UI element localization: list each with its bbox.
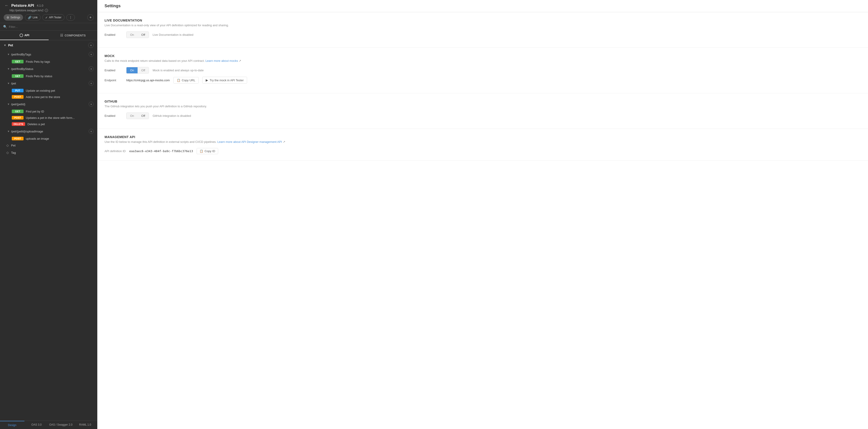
filter-row: 🔍 <box>0 23 97 31</box>
find-by-tags-label: Finds Pets by tags <box>26 60 50 63</box>
mock-external-icon: ↗ <box>239 59 241 62</box>
live-doc-off-option[interactable]: Off <box>137 32 149 38</box>
list-item[interactable]: PUT Update an existing pet <box>0 87 97 94</box>
api-tab-label: API <box>25 33 29 37</box>
copy-url-button[interactable]: 📋 Copy URL <box>173 77 199 84</box>
management-api-title: MANAGEMENT API <box>104 135 861 139</box>
github-toggle[interactable]: On Off <box>126 113 149 119</box>
sidebar-nav: ▼ Pet + ▼ /pet/findByTags + GET Finds Pe… <box>0 40 97 421</box>
components-tab-icon: ☷ <box>60 33 63 37</box>
route-upload-image-header[interactable]: ▼ /pet/{petId}/uploadImage + <box>0 127 97 135</box>
schema-tag-label: Tag <box>11 151 16 154</box>
section-management-api: MANAGEMENT API Use the ID below to manag… <box>97 129 868 161</box>
section-github: GITHUB The GitHub integration lets you p… <box>97 93 868 129</box>
section-pet[interactable]: ▼ Pet + <box>0 40 97 50</box>
find-by-status-path: /pet/findByStatus <box>11 67 33 71</box>
post-badge: POST <box>12 137 24 140</box>
settings-icon: ⚙ <box>6 16 9 19</box>
route-pet-by-id-header[interactable]: ▼ /pet/{petId} + <box>0 100 97 108</box>
find-by-id-label: Find pet by ID <box>26 110 44 113</box>
list-item[interactable]: POST Add a new pet to the store <box>0 94 97 100</box>
link-button[interactable]: 🔗 Link <box>25 14 40 21</box>
list-item[interactable]: POST Updates a pet in the store with for… <box>0 115 97 121</box>
route-pet-header[interactable]: ▼ /pet + <box>0 79 97 87</box>
settings-button[interactable]: ⚙ Settings <box>4 14 23 21</box>
pet-section-label: Pet <box>8 43 13 47</box>
github-desc: The GitHub integration lets you push you… <box>104 104 861 108</box>
link-label: Link <box>33 16 37 19</box>
api-version: 4.1.0 <box>37 4 43 7</box>
api-tester-button[interactable]: ✓ API Tester <box>42 14 64 21</box>
pet-chevron-icon: ▼ <box>4 44 6 47</box>
filter-input[interactable] <box>9 25 94 29</box>
back-button[interactable]: ← <box>4 3 9 8</box>
find-by-tags-add-button[interactable]: + <box>89 52 94 57</box>
live-doc-on-option[interactable]: On <box>126 32 137 38</box>
search-icon: 🔍 <box>3 25 7 29</box>
post-badge: POST <box>12 95 24 99</box>
upload-image-add-btn[interactable]: + <box>89 129 94 134</box>
github-off-option[interactable]: Off <box>137 113 149 119</box>
route-find-by-status-header[interactable]: ▼ /pet/findByStatus + <box>0 65 97 73</box>
tab-components[interactable]: ☷ COMPONENTS <box>49 31 97 40</box>
find-by-status-chevron-icon: ▼ <box>7 67 10 70</box>
pet-by-id-add-btn[interactable]: + <box>89 102 94 106</box>
get-badge: GET <box>12 60 24 63</box>
copy-id-button[interactable]: 📋 Copy ID <box>197 148 218 154</box>
tab-oas-swagger2[interactable]: OAS / Swagger 2.0 <box>49 421 73 429</box>
live-doc-title: LIVE DOCUMENTATION <box>104 19 861 22</box>
pet-add-btn[interactable]: + <box>89 81 94 86</box>
mock-on-option[interactable]: On <box>126 67 137 73</box>
pet-add-button[interactable]: + <box>88 42 94 48</box>
oas-swagger2-tab-label: OAS / Swagger 2.0 <box>49 423 72 426</box>
management-api-learn-more-link[interactable]: Learn more about API Designer management… <box>217 140 282 144</box>
link-icon: 🔗 <box>28 16 31 19</box>
mock-learn-more-link[interactable]: Learn more about mocks <box>206 59 238 62</box>
try-mock-button[interactable]: ▶ Try the mock in API Tester <box>202 77 247 84</box>
share-button[interactable]: ⋮ <box>66 14 75 21</box>
github-enabled-label: Enabled <box>104 114 123 118</box>
live-doc-toggle[interactable]: On Off <box>126 31 149 38</box>
schema-pet[interactable]: ◇ Pet <box>0 142 97 149</box>
find-by-status-add-button[interactable]: + <box>89 66 94 71</box>
mock-off-option[interactable]: Off <box>137 67 149 73</box>
management-api-external-icon: ↗ <box>283 140 285 144</box>
upload-image-chevron-icon: ▼ <box>7 130 10 133</box>
sidebar-tabs: ◯ API ☷ COMPONENTS <box>0 31 97 40</box>
put-label: Update an existing pet <box>26 89 55 92</box>
management-api-desc: Use the ID below to manage this API defi… <box>104 140 861 144</box>
route-upload-image: ▼ /pet/{petId}/uploadImage + POST upload… <box>0 127 97 142</box>
list-item[interactable]: DELETE Deletes a pet <box>0 121 97 127</box>
components-tab-label: COMPONENTS <box>64 34 86 37</box>
settings-content: LIVE DOCUMENTATION Live Documentation is… <box>97 12 868 161</box>
github-status: GitHub integration is disabled <box>153 114 191 118</box>
mock-title: MOCK <box>104 54 861 58</box>
tab-oas3[interactable]: OAS 3.0 <box>25 421 49 429</box>
section-mock: MOCK Calls to the mock endpoint return s… <box>97 48 868 93</box>
mock-toggle[interactable]: On Off <box>126 67 149 73</box>
route-find-by-tags-header[interactable]: ▼ /pet/findByTags + <box>0 50 97 58</box>
list-item[interactable]: POST uploads an image <box>0 135 97 142</box>
find-by-tags-chevron-icon: ▼ <box>7 53 10 56</box>
list-item[interactable]: GET Find pet by ID <box>0 108 97 115</box>
info-icon[interactable]: i <box>45 9 48 12</box>
tab-raml[interactable]: RAML 1.0 <box>73 421 97 429</box>
post-badge: POST <box>12 116 24 120</box>
add-button[interactable]: + <box>87 14 94 21</box>
section-live-documentation: LIVE DOCUMENTATION Live Documentation is… <box>97 12 868 48</box>
management-api-desc-text: Use the ID below to manage this API defi… <box>104 140 217 144</box>
route-pet-by-id: ▼ /pet/{petId} + GET Find pet by ID POST… <box>0 100 97 127</box>
tab-api[interactable]: ◯ API <box>0 31 49 40</box>
list-item[interactable]: GET Finds Pets by tags <box>0 58 97 65</box>
github-on-option[interactable]: On <box>126 113 137 119</box>
github-enabled-row: Enabled On Off GitHub integration is dis… <box>104 113 861 119</box>
pet-path: /pet <box>11 82 16 85</box>
tab-design[interactable]: Design <box>0 421 25 429</box>
api-tester-label: API Tester <box>49 16 61 19</box>
route-find-by-tags: ▼ /pet/findByTags + GET Finds Pets by ta… <box>0 50 97 65</box>
find-by-tags-path: /pet/findByTags <box>11 53 31 56</box>
api-def-row: API definition ID eaa3aec6-e343-484f-ba9… <box>104 148 861 154</box>
list-item[interactable]: GET Finds Pets by status <box>0 73 97 79</box>
schema-tag[interactable]: ◇ Tag <box>0 149 97 156</box>
schema-tag-icon: ◇ <box>6 151 9 154</box>
